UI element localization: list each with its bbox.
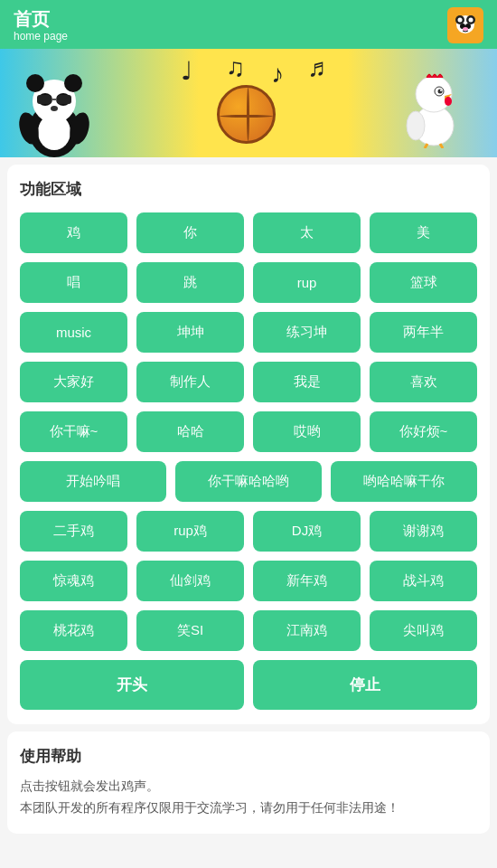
btn-jiangnan-chicken[interactable]: 江南鸡 [253, 610, 361, 651]
btn-thanks-chicken[interactable]: 谢谢鸡 [370, 511, 477, 552]
help-section: 使用帮助 点击按钮就会发出鸡声。 本团队开发的所有程序仅限用于交流学习，请勿用于… [7, 731, 490, 834]
stop-button[interactable]: 停止 [253, 660, 477, 710]
avatar [447, 7, 483, 43]
svg-point-24 [416, 76, 452, 112]
btn-rup[interactable]: rup [253, 262, 361, 303]
help-title: 使用帮助 [20, 746, 477, 767]
button-row-7: 二手鸡 rup鸡 DJ鸡 谢谢鸡 [20, 511, 477, 552]
btn-you[interactable]: 你 [136, 212, 244, 253]
btn-dj-chicken[interactable]: DJ鸡 [253, 511, 361, 552]
btn-hello[interactable]: 大家好 [20, 362, 127, 402]
btn-horror-chicken[interactable]: 惊魂鸡 [20, 561, 127, 601]
btn-jump[interactable]: 跳 [136, 262, 244, 303]
btn-newyear-chicken[interactable]: 新年鸡 [253, 561, 361, 601]
btn-music[interactable]: music [20, 312, 127, 353]
btn-too[interactable]: 太 [253, 212, 361, 253]
svg-point-19 [51, 106, 58, 111]
btn-whatdoing-long[interactable]: 你干嘛哈哈哟 [175, 461, 322, 502]
chicken-character [398, 67, 470, 148]
svg-line-29 [425, 144, 427, 148]
svg-point-28 [445, 97, 452, 106]
svg-point-12 [26, 74, 44, 92]
btn-beautiful[interactable]: 美 [370, 212, 477, 253]
banner: ♩ ♫ ♪ ♬ [0, 49, 497, 157]
btn-battle-chicken[interactable]: 战斗鸡 [370, 561, 477, 601]
svg-rect-16 [37, 95, 52, 104]
btn-haha-long[interactable]: 哟哈哈嘛干你 [331, 461, 477, 502]
svg-rect-17 [57, 95, 71, 104]
svg-point-13 [64, 74, 82, 92]
button-row-4: 大家好 制作人 我是 喜欢 [20, 362, 477, 402]
action-buttons: 开头 停止 [20, 660, 477, 710]
btn-youannoy[interactable]: 你好烦~ [370, 411, 477, 452]
btn-sing[interactable]: 唱 [20, 262, 127, 303]
main-section: 功能区域 鸡 你 太 美 唱 跳 rup 篮球 music 坤坤 练习坤 两年半… [7, 165, 490, 724]
panda-character [14, 67, 95, 157]
btn-like[interactable]: 喜欢 [370, 362, 477, 402]
music-note-3: ♪ [271, 60, 284, 89]
help-line-2: 本团队开发的所有程序仅限用于交流学习，请勿用于任何非法用途！ [20, 797, 477, 819]
music-note-4: ♬ [307, 53, 326, 82]
button-row-6: 开始吟唱 你干嘛哈哈哟 哟哈哈嘛干你 [20, 461, 477, 502]
btn-practice[interactable]: 练习坤 [253, 312, 361, 353]
header-text: 首页 home page [14, 8, 68, 42]
header: 首页 home page [0, 0, 497, 49]
button-row-3: music 坤坤 练习坤 两年半 [20, 312, 477, 353]
page-title: 首页 [14, 8, 68, 30]
button-row-1: 鸡 你 太 美 [20, 212, 477, 253]
music-note-2: ♫ [226, 53, 245, 82]
svg-point-27 [440, 90, 442, 91]
button-row-8: 惊魂鸡 仙剑鸡 新年鸡 战斗鸡 [20, 561, 477, 601]
btn-whatdoing[interactable]: 你干嘛~ [20, 411, 127, 452]
svg-point-8 [463, 27, 468, 31]
btn-laugh-chicken[interactable]: 笑SI [136, 610, 244, 651]
btn-producer[interactable]: 制作人 [136, 362, 244, 402]
button-row-9: 桃花鸡 笑SI 江南鸡 尖叫鸡 [20, 610, 477, 651]
btn-peach-chicken[interactable]: 桃花鸡 [20, 610, 127, 651]
button-row-5: 你干嘛~ 哈哈 哎哟 你好烦~ [20, 411, 477, 452]
btn-twoyearhalf[interactable]: 两年半 [370, 312, 477, 353]
btn-kunkun[interactable]: 坤坤 [136, 312, 244, 353]
button-row-2: 唱 跳 rup 篮球 [20, 262, 477, 303]
start-button[interactable]: 开头 [20, 660, 244, 710]
basketball [217, 85, 276, 144]
btn-secondhand-chicken[interactable]: 二手鸡 [20, 511, 127, 552]
help-line-1: 点击按钮就会发出鸡声。 [20, 776, 477, 797]
btn-aiyou[interactable]: 哎哟 [253, 411, 361, 452]
svg-point-23 [407, 111, 425, 140]
btn-startsing[interactable]: 开始吟唱 [20, 461, 166, 502]
btn-rup-chicken[interactable]: rup鸡 [136, 511, 244, 552]
svg-point-5 [469, 18, 474, 23]
function-area-title: 功能区域 [20, 179, 477, 200]
btn-scream-chicken[interactable]: 尖叫鸡 [370, 610, 477, 651]
btn-basketball[interactable]: 篮球 [370, 262, 477, 303]
btn-haha[interactable]: 哈哈 [136, 411, 244, 452]
svg-line-30 [440, 144, 443, 148]
svg-point-26 [438, 90, 443, 94]
btn-chicken[interactable]: 鸡 [20, 212, 127, 253]
svg-point-4 [458, 18, 463, 23]
btn-sword-chicken[interactable]: 仙剑鸡 [136, 561, 244, 601]
panda-icon [448, 8, 483, 42]
btn-iam[interactable]: 我是 [253, 362, 361, 402]
music-note-1: ♩ [181, 56, 192, 86]
page-subtitle: home page [14, 30, 68, 42]
